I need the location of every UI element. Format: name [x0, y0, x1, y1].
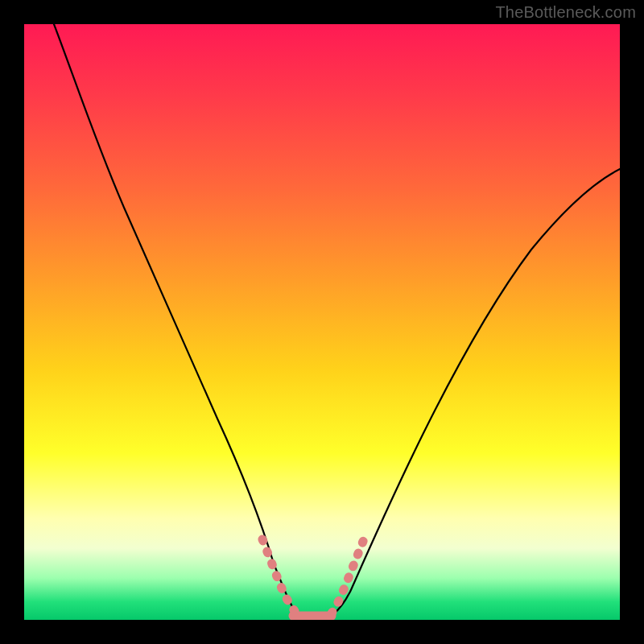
chart-container: TheBottleneck.com — [0, 0, 644, 644]
optimal-range-right — [332, 539, 364, 613]
optimal-range-left — [262, 539, 296, 613]
watermark-text: TheBottleneck.com — [495, 3, 636, 22]
plot-area — [24, 24, 620, 620]
curve-layer — [24, 24, 620, 620]
bottleneck-curve — [54, 24, 620, 620]
